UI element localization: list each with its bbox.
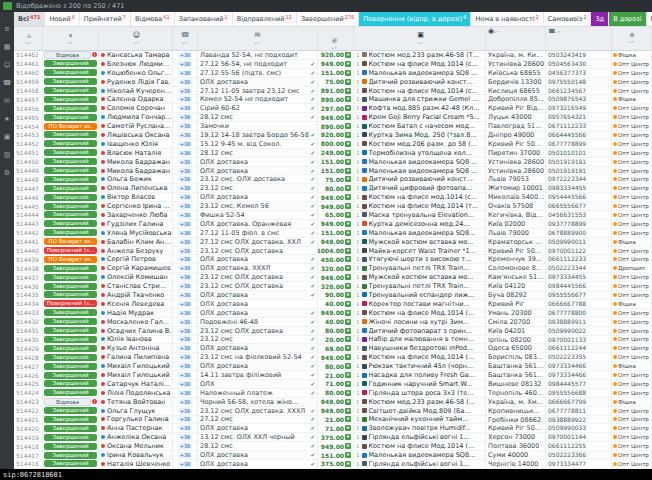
phone-badge[interactable]: +38: [178, 132, 193, 138]
phone-badge[interactable]: +38: [178, 230, 193, 236]
table-row[interactable]: 514450ЗавершенийМикола Бадражан+38ОЛХ до…: [14, 158, 652, 167]
phone-badge[interactable]: +38: [178, 310, 193, 316]
phone-badge[interactable]: +38: [178, 141, 193, 147]
tab-2[interactable]: Прийнятий7: [80, 12, 131, 26]
phone-badge[interactable]: +38: [178, 390, 193, 396]
table-row[interactable]: 514456ЗавершенийСоломія Сорочан+38Сірий …: [14, 104, 652, 113]
phone-badge[interactable]: +38: [178, 79, 193, 85]
phone-badge[interactable]: +38: [178, 461, 193, 467]
col-header-phone[interactable]: ☎▴▾: [546, 27, 612, 50]
calls-icon[interactable]: ☎: [3, 80, 12, 87]
settings-icon[interactable]: ⚙: [4, 170, 10, 177]
phone-badge[interactable]: +38: [178, 61, 193, 67]
phone-badge[interactable]: +38: [178, 292, 193, 298]
table-row[interactable]: 514440Повернений (з...Анжела Безруку+382…: [14, 247, 652, 256]
table-row[interactable]: 514454ПО Возврат ок.Самотій Руслана Во.+…: [14, 122, 652, 131]
table-row[interactable]: 514442ЗавершенийУляна Мусійовська+3827.1…: [14, 229, 652, 238]
table-row[interactable]: 514447ЗавершенийОлена Липенська+3823.12 …: [14, 184, 652, 193]
table-row[interactable]: 514438ЗавершенийСергій Карамишев+38ОЛХ д…: [14, 264, 652, 273]
app-logo[interactable]: [3, 2, 12, 10]
table-row[interactable]: 514417ЗавершенийІрина Ковальчук+38ОЛХ до…: [14, 451, 652, 460]
phone-badge[interactable]: +38: [178, 399, 193, 405]
table-row[interactable]: 514453ЗавершенийЛяшівська Оксана+3819.12…: [14, 131, 652, 140]
table-row[interactable]: 514452ЗавершенийІващенко Юлія+3815.12 9-…: [14, 140, 652, 149]
table-row[interactable]: 514432ЗавершенийМоскаленко Галина В.+38П…: [14, 318, 652, 327]
table-row[interactable]: 514436ЗавершенийСтаніслав Стрижак+3823.1…: [14, 282, 652, 291]
table-row[interactable]: 514444ЗавершенийЗахарченко Люба+38Фишка …: [14, 211, 652, 220]
phone-badge[interactable]: +38: [178, 185, 193, 191]
orders-icon[interactable]: ▣: [4, 134, 11, 141]
phone-badge[interactable]: +38: [178, 408, 193, 414]
tab-5[interactable]: Відправлений12: [233, 12, 297, 26]
phone-badge[interactable]: +38: [178, 256, 193, 262]
table-row[interactable]: 514458ЗавершенийНіколай Кучеренко+3827.1…: [14, 87, 652, 96]
phone-badge[interactable]: +38: [178, 203, 193, 209]
phone-badge[interactable]: +38: [178, 354, 193, 360]
phone-badge[interactable]: +38: [178, 176, 193, 182]
table-row[interactable]: 514434Повернений (з...Ксенія Леведева+38…: [14, 300, 652, 309]
menu-icon[interactable]: ≡: [4, 26, 10, 33]
phone-badge[interactable]: +38: [178, 159, 193, 165]
phone-badge[interactable]: +38: [178, 345, 193, 351]
tab-0[interactable]: Всі471: [14, 12, 45, 26]
phone-badge[interactable]: +38: [178, 88, 193, 94]
table-row[interactable]: 514449ЗавершенийМикола Бадражан+38ОЛХ до…: [14, 167, 652, 176]
phone-badge[interactable]: +38: [178, 274, 193, 280]
phone-badge[interactable]: +38: [178, 212, 193, 218]
table-row[interactable]: 514460ЗавершенийКоцюбенко Ольга Ар.+3827…: [14, 69, 652, 78]
table-row[interactable]: 514457ЗавершенийСалєнна Одарка+38Кемел 5…: [14, 95, 652, 104]
clients-icon[interactable]: ☺: [3, 62, 10, 69]
table-row[interactable]: 514443ЗавершенийГудзілих Галина+38ОЛХ до…: [14, 220, 652, 229]
phone-badge[interactable]: +38: [178, 114, 193, 120]
phone-badge[interactable]: +38: [178, 328, 193, 334]
phone-badge[interactable]: +38: [178, 381, 193, 387]
table-row[interactable]: 514423ВідмоваiТетяна Войтован+38Чорний 5…: [14, 398, 652, 407]
phone-badge[interactable]: +38: [178, 283, 193, 289]
table-row[interactable]: 514425ЗавершенийСатарчук Наталія Гр.+38О…: [14, 380, 652, 389]
col-header-client[interactable]: ☺▴▾: [99, 27, 173, 50]
col-header-status[interactable]: ▾▴▾: [43, 27, 99, 50]
phone-badge[interactable]: +38: [178, 443, 193, 449]
tab-3[interactable]: Відмова61: [131, 12, 175, 26]
phone-badge[interactable]: +38: [178, 248, 193, 254]
table-row[interactable]: 514446ЗавершенийВіктор Власов+38ОЛХ дост…: [14, 193, 652, 202]
col-header-id[interactable]: ≡▴▾: [14, 27, 43, 50]
phone-badge[interactable]: +38: [178, 301, 193, 307]
col-header-product[interactable]: ▣▴▾: [354, 27, 486, 50]
phone-badge[interactable]: +38: [178, 452, 193, 458]
table-row[interactable]: 514461ЗавершенийБлезнюк Людмила А.+3827.…: [14, 60, 652, 69]
phone-badge[interactable]: +38: [178, 96, 193, 102]
phone-badge[interactable]: +38: [178, 105, 193, 111]
phone-badge[interactable]: +38: [178, 70, 193, 76]
col-header-comment[interactable]: ✉▴▾: [198, 27, 318, 50]
table-row[interactable]: 514451ЗавершенийВласюк Наталія+3828.12 с…: [14, 149, 652, 158]
phone-badge[interactable]: +38: [178, 123, 193, 129]
phone-badge[interactable]: +38: [178, 336, 193, 342]
phone-badge[interactable]: +38: [178, 425, 193, 431]
stats-icon[interactable]: ▥: [4, 152, 11, 159]
table-row[interactable]: 514424ЗавершенийЛілія Подолянська+38Нало…: [14, 389, 652, 398]
table-row[interactable]: 514439ПО Возврат ок.Сергій Петров+38ОЛХ …: [14, 255, 652, 264]
phone-badge[interactable]: +38: [178, 265, 193, 271]
phone-badge[interactable]: +38: [178, 150, 193, 156]
phone-badge[interactable]: +38: [178, 434, 193, 440]
phone-badge[interactable]: +38: [178, 239, 193, 245]
table-row[interactable]: 514426ЗавершенийМихаіл Гилецький+3814.11…: [14, 371, 652, 380]
tab-8[interactable]: Нема в наявності2: [471, 12, 543, 26]
col-header-sum[interactable]: ₴▴▾: [318, 27, 354, 50]
table-row[interactable]: 514416ЗавершенийНаталія Шевченко+38ОЛХ д…: [14, 460, 652, 469]
phone-badge[interactable]: +38: [178, 363, 193, 369]
table-row[interactable]: 514455ЗавершенийЛюдмила Гончарова+3828.1…: [14, 113, 652, 122]
table-row[interactable]: 514437ЗавершенийОлексій Комишан+3823.12 …: [14, 273, 652, 282]
phone-badge[interactable]: +38: [178, 221, 193, 227]
tab-4[interactable]: Запакований1: [175, 12, 233, 26]
star-icon[interactable]: ★: [4, 116, 10, 123]
table-row[interactable]: 514421ЗавершенийГоргулько Галина+3827.12…: [14, 416, 652, 425]
phone-badge[interactable]: +38: [178, 416, 193, 422]
table-row[interactable]: 514459ЗавершенийРуденко Лідія Гав.+38ОЛХ…: [14, 78, 652, 87]
tab-9[interactable]: Самовивіз2: [544, 12, 592, 26]
tab-12[interactable]: Повн: [647, 12, 652, 26]
table-row[interactable]: 514445ЗавершенийСергієнко Ірина Ми.+3823…: [14, 202, 652, 211]
table-row[interactable]: 514462ВідмоваiКанєвська Тамара+38Лаванда…: [14, 51, 652, 60]
table-row[interactable]: 514420ЗавершенийАнна Пастернак+38ОЛХ дос…: [14, 424, 652, 433]
